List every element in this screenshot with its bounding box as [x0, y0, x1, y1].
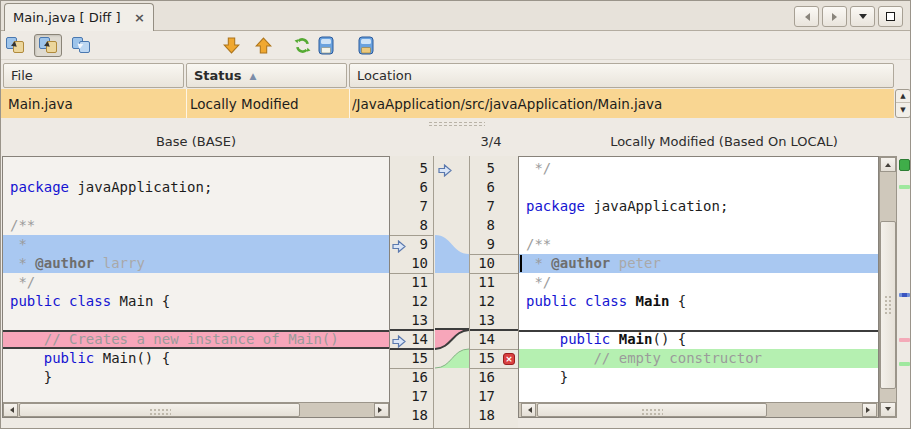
left-line-number-5: 5 — [390, 159, 433, 178]
hunk-boundary-line — [390, 348, 434, 350]
maximize-icon — [886, 12, 895, 21]
error-stripe — [897, 156, 911, 429]
code-token: () { — [652, 331, 686, 347]
code-line-local-8 — [519, 216, 878, 235]
hunk-boundary-line — [390, 368, 434, 369]
code-token: javaApplication; — [69, 179, 212, 195]
view-remote-differences-button[interactable] — [69, 34, 93, 57]
diff-stripe-mark[interactable] — [899, 293, 910, 297]
tab-title: Main.java [ Diff ] — [13, 10, 128, 25]
vertical-scrollbar[interactable] — [879, 156, 897, 418]
code-line-local-13 — [519, 311, 878, 330]
local-code: */package javaApplication;/** * @author … — [519, 159, 878, 418]
right-arrow-icon — [378, 407, 385, 413]
scroll-left-button[interactable] — [521, 403, 536, 417]
left-line-number-15: 15 — [390, 349, 433, 368]
commit-button[interactable] — [353, 34, 378, 57]
maximize-window-button[interactable] — [878, 6, 903, 27]
code-line-base-9: * — [3, 235, 389, 254]
view-all-differences-button[interactable] — [3, 34, 27, 57]
left-line-number-12: 12 — [390, 292, 433, 311]
code-line-base-13 — [3, 311, 389, 330]
code-line-base-10: * @author larry — [3, 254, 389, 273]
code-token: Main() { — [94, 350, 170, 366]
base-code-pane[interactable]: package javaApplication;/** * * @author … — [2, 156, 390, 418]
close-icon[interactable]: × — [134, 10, 145, 25]
code-token: * — [10, 255, 35, 271]
right-line-number-9: 9 — [470, 235, 518, 254]
scroll-up-button[interactable] — [880, 157, 896, 172]
right-horizontal-scrollbar[interactable] — [519, 402, 878, 417]
editor-tab-bar: Main.java [ Diff ] × — [1, 1, 910, 31]
scrollbar-thumb[interactable] — [880, 221, 896, 389]
scroll-up-button[interactable]: ▲ — [896, 90, 910, 103]
scroll-down-button[interactable]: ▼ — [896, 103, 910, 116]
scroll-down-button[interactable] — [880, 402, 896, 417]
dual-files-icon — [39, 37, 58, 54]
scrollbar-thumb[interactable] — [537, 403, 767, 417]
right-line-number-7: 7 — [470, 197, 518, 216]
refresh-icon — [294, 37, 311, 54]
left-arrow-icon — [801, 13, 810, 21]
local-code-pane[interactable]: */package javaApplication;/** * @author … — [518, 156, 879, 418]
apply-difference-arrow-icon[interactable] — [438, 162, 452, 175]
column-header-file[interactable]: File — [3, 63, 184, 88]
remove-change-button[interactable]: × — [503, 353, 515, 365]
code-token: Main — [619, 331, 653, 347]
hunk-boundary-line — [470, 254, 518, 255]
scrollbar-thumb[interactable] — [19, 403, 300, 417]
scroll-tabs-left-button[interactable] — [794, 6, 819, 27]
view-local-differences-button[interactable] — [34, 34, 62, 57]
down-arrow-icon — [223, 37, 240, 54]
refresh-button[interactable] — [290, 34, 315, 57]
scroll-tabs-right-button[interactable] — [822, 6, 847, 27]
hunk-boundary-line — [470, 329, 518, 331]
right-line-number-17: 17 — [470, 387, 518, 406]
left-arrow-icon — [7, 407, 14, 413]
right-line-number-8: 8 — [470, 216, 518, 235]
right-pane-title: Locally Modified (Based On LOCAL) — [536, 134, 911, 149]
diff-connector-graphics — [435, 156, 469, 429]
left-horizontal-scrollbar[interactable] — [3, 402, 389, 417]
next-difference-button[interactable] — [218, 34, 244, 57]
difference-counter: 3/4 — [441, 134, 541, 149]
diff-stripe-mark[interactable] — [899, 338, 910, 342]
up-arrow-icon — [885, 160, 891, 167]
code-token: @author — [35, 255, 94, 271]
apply-difference-arrow-icon[interactable] — [392, 333, 406, 346]
diff-window: Main.java [ Diff ] × — [0, 0, 911, 429]
code-token: */ — [526, 160, 551, 176]
scroll-left-button[interactable] — [3, 403, 18, 417]
code-line-local-15: // empty constructor — [519, 349, 878, 368]
diff-stripe-mark[interactable] — [899, 362, 910, 366]
grip-dots-icon — [641, 408, 663, 415]
column-header-status[interactable]: Status ▲ — [186, 63, 347, 88]
apply-difference-arrow-icon[interactable] — [392, 238, 406, 251]
tab-main-java-diff[interactable]: Main.java [ Diff ] × — [4, 3, 154, 31]
left-line-numbers: 56789101112131415161718 — [390, 156, 434, 429]
code-token: public — [44, 350, 95, 366]
horizontal-splitter[interactable] — [1, 118, 910, 129]
document-list-button[interactable] — [850, 6, 875, 27]
diff-stripe-mark[interactable] — [899, 185, 910, 189]
file-table-selected-row[interactable]: Main.java Locally Modified /JavaApplicat… — [1, 89, 894, 118]
diff-pane-headers: Base (BASE) 3/4 Locally Modified (Based … — [1, 129, 910, 156]
code-line-base-5 — [3, 159, 389, 178]
right-arrow-icon — [832, 13, 841, 21]
update-button[interactable] — [313, 34, 338, 57]
code-token: * — [526, 255, 551, 271]
code-token: // empty constructor — [526, 350, 762, 366]
scroll-right-button[interactable] — [374, 403, 389, 417]
previous-difference-button[interactable] — [250, 34, 276, 57]
cell-status: Locally Modified — [190, 89, 345, 118]
base-code: package javaApplication;/** * * @author … — [3, 159, 389, 418]
grip-dots-icon — [149, 408, 171, 415]
right-line-number-10: 10 — [470, 254, 518, 273]
code-token: package — [10, 179, 69, 195]
scroll-right-button[interactable] — [862, 403, 877, 417]
code-token: } — [526, 369, 568, 385]
column-header-location[interactable]: Location — [349, 63, 894, 88]
right-line-number-6: 6 — [470, 178, 518, 197]
left-line-number-18: 18 — [390, 406, 433, 425]
cell-file: Main.java — [8, 89, 183, 118]
